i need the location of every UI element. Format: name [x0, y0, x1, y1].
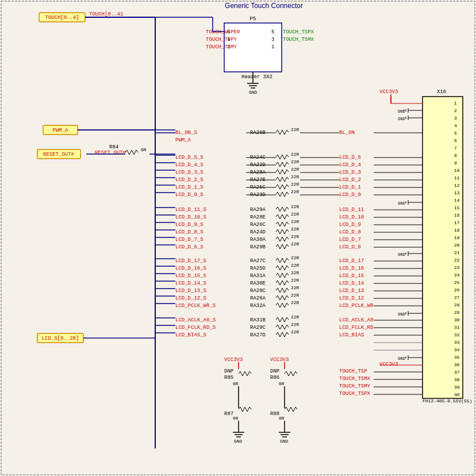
- svg-text:38: 38: [454, 377, 460, 382]
- touch-net-label: TOUCH[0..41: [89, 11, 123, 17]
- svg-text:LCD_D_13: LCD_D_13: [339, 288, 364, 294]
- svg-text:LCD_D_16_S: LCD_D_16_S: [175, 266, 206, 271]
- touch-tspx-label: TOUCH_TSPX: [283, 29, 314, 35]
- svg-text:LCD_D_4_S: LCD_D_4_S: [175, 162, 204, 168]
- svg-text:LCD_D_0: LCD_D_0: [339, 192, 361, 198]
- connector-type-label: FH12-40S-0.5SV(55): [423, 398, 472, 404]
- svg-text:LCD_FCLK_RD: LCD_FCLK_RD: [339, 325, 373, 331]
- svg-text:LCD_D_3: LCD_D_3: [339, 170, 361, 175]
- svg-text:5: 5: [454, 130, 457, 136]
- touch-tsmy-label: TOUCH_TSMY: [206, 44, 237, 50]
- svg-text:20: 20: [454, 243, 460, 248]
- svg-text:34: 34: [454, 347, 460, 352]
- svg-text:RA31A: RA31A: [250, 273, 266, 279]
- svg-text:36: 36: [454, 362, 460, 367]
- reset-port-label: RESET_OUT#: [43, 152, 75, 158]
- svg-text:R88: R88: [270, 411, 279, 417]
- svg-text:33: 33: [454, 340, 460, 345]
- svg-text:LCD_D_14: LCD_D_14: [339, 281, 364, 286]
- svg-text:VCC3V3: VCC3V3: [270, 357, 289, 363]
- svg-text:GND: GND: [398, 109, 405, 114]
- svg-text:LCD_D_11: LCD_D_11: [339, 207, 364, 213]
- svg-text:0R: 0R: [141, 147, 147, 152]
- bl-on-label: BL_ON: [339, 130, 355, 136]
- svg-text:LCD_D_5_S: LCD_D_5_S: [175, 155, 204, 160]
- svg-text:RA29C: RA29C: [250, 325, 266, 331]
- svg-text:9: 9: [454, 160, 457, 166]
- svg-text:22R: 22R: [291, 182, 300, 187]
- svg-text:0R: 0R: [233, 416, 239, 421]
- svg-text:3: 3: [454, 116, 457, 121]
- svg-text:LCD_D_3_S: LCD_D_3_S: [175, 170, 204, 175]
- svg-text:TOUCH_TSMY: TOUCH_TSMY: [339, 383, 371, 389]
- svg-text:17: 17: [454, 220, 460, 225]
- svg-text:5: 5: [271, 29, 274, 35]
- svg-text:10: 10: [454, 168, 460, 173]
- svg-text:11: 11: [454, 175, 460, 181]
- svg-text:13: 13: [454, 190, 460, 195]
- schematic-view: Generic Touch Connector TOUCH[0..4] TOUC…: [0, 0, 476, 476]
- svg-text:18: 18: [454, 228, 460, 233]
- svg-text:RA27C: RA27C: [250, 258, 266, 264]
- svg-text:LCD_D_8_S: LCD_D_8_S: [175, 229, 204, 235]
- svg-text:22R: 22R: [291, 278, 300, 283]
- svg-text:LCD_D_16: LCD_D_16: [339, 266, 364, 271]
- svg-text:GND: GND: [398, 356, 405, 361]
- svg-text:22R: 22R: [291, 322, 300, 327]
- svg-text:LCD_ACLK_A0_S: LCD_ACLK_A0_S: [175, 317, 216, 323]
- touch-port-label: TOUCH[0..4]: [45, 15, 79, 21]
- svg-text:23: 23: [454, 265, 460, 270]
- svg-text:22R: 22R: [291, 167, 300, 172]
- svg-text:22R: 22R: [291, 152, 300, 157]
- svg-text:27: 27: [454, 295, 460, 300]
- header-type-label: Header 3X2: [241, 74, 272, 80]
- svg-text:LCD_D_1: LCD_D_1: [339, 185, 361, 190]
- svg-text:TOUCH_TSP: TOUCH_TSP: [339, 368, 367, 374]
- svg-text:22R: 22R: [291, 329, 300, 335]
- vcc-x16-label: VCC3V3: [379, 89, 398, 95]
- svg-text:1: 1: [271, 44, 274, 50]
- svg-text:22R: 22R: [291, 293, 300, 298]
- svg-text:R86: R86: [270, 375, 279, 381]
- svg-text:LCD_D_15_S: LCD_D_15_S: [175, 273, 206, 279]
- svg-text:22: 22: [454, 258, 460, 263]
- svg-text:16: 16: [454, 213, 460, 218]
- svg-text:LCD_BIAS_S: LCD_BIAS_S: [175, 332, 206, 338]
- svg-text:TOUCH_TSMX: TOUCH_TSMX: [339, 376, 371, 382]
- svg-text:22R: 22R: [291, 255, 300, 260]
- svg-text:LCD_D_8: LCD_D_8: [339, 229, 361, 235]
- svg-text:LCD_D_10: LCD_D_10: [339, 214, 364, 220]
- svg-text:LCD_D_7: LCD_D_7: [339, 237, 361, 243]
- svg-text:LCD_D_6_S: LCD_D_6_S: [175, 244, 204, 250]
- svg-text:0R: 0R: [279, 416, 285, 421]
- svg-text:LCD_FCLK_RD_S: LCD_FCLK_RD_S: [175, 325, 216, 331]
- r84-label: R84: [109, 144, 118, 150]
- svg-text:TOUCH_TSPX: TOUCH_TSPX: [339, 391, 371, 397]
- svg-text:22R: 22R: [291, 189, 300, 194]
- svg-text:0R: 0R: [279, 381, 285, 386]
- pwm-wire-label: PWM_A: [175, 137, 191, 143]
- svg-text:LCD_D_17: LCD_D_17: [339, 258, 364, 264]
- svg-text:22R: 22R: [291, 234, 300, 239]
- svg-text:2: 2: [454, 108, 457, 113]
- svg-text:29: 29: [454, 310, 460, 315]
- pwm-port-label: PWM_A: [52, 128, 68, 133]
- svg-text:25: 25: [454, 280, 460, 285]
- svg-text:VCC3V3: VCC3V3: [224, 357, 243, 363]
- svg-text:LCD_D_2: LCD_D_2: [339, 177, 361, 183]
- svg-text:4: 4: [454, 123, 457, 128]
- svg-text:22R: 22R: [291, 300, 300, 305]
- svg-text:RA25D: RA25D: [250, 266, 266, 271]
- touch-tspy-label: TOUCH_TSPY: [206, 37, 237, 43]
- svg-text:LCD_D_1_S: LCD_D_1_S: [175, 185, 204, 190]
- svg-text:RA28E: RA28E: [250, 214, 266, 220]
- svg-text:GND: GND: [280, 439, 289, 444]
- svg-text:22R: 22R: [291, 127, 300, 132]
- svg-text:8: 8: [454, 153, 457, 158]
- svg-text:22R: 22R: [291, 159, 300, 164]
- svg-text:LCD_D_12_S: LCD_D_12_S: [175, 295, 206, 301]
- svg-text:RA28C: RA28C: [250, 288, 266, 294]
- svg-text:35: 35: [454, 355, 460, 360]
- svg-text:RA31B: RA31B: [250, 317, 266, 323]
- svg-text:RA26A: RA26A: [250, 295, 266, 301]
